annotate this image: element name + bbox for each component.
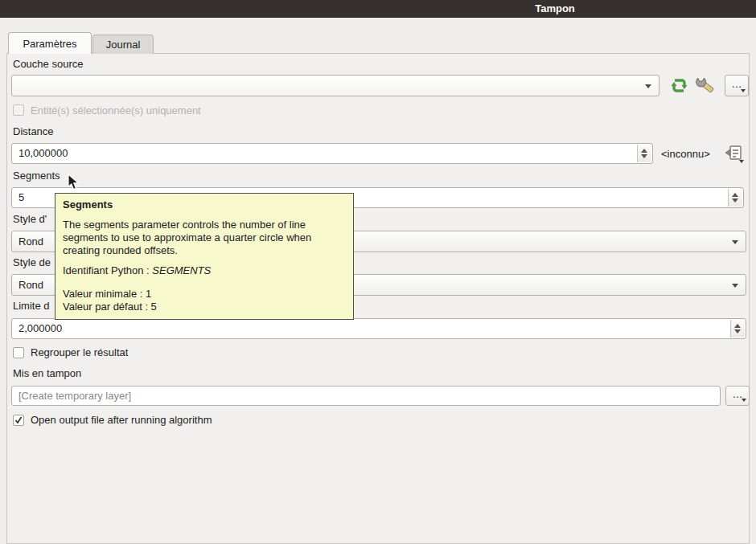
output-file-value: [Create temporary layer] — [18, 390, 131, 402]
chevron-down-icon — [732, 284, 738, 288]
chevron-down-icon — [741, 89, 746, 92]
selected-features-checkbox — [13, 104, 24, 116]
segments-value: 5 — [18, 191, 24, 203]
source-layer-label: Couche source — [13, 58, 83, 70]
miter-limit-label: Limite d — [13, 300, 50, 312]
mouse-cursor-icon — [68, 174, 80, 194]
ellipsis-icon: … — [732, 78, 742, 90]
tooltip-body: The segments parameter controls the numb… — [63, 219, 346, 257]
tab-journal[interactable]: Journal — [92, 35, 154, 54]
tooltip-min-value: Valeur minimale : 1 — [63, 288, 346, 301]
open-output-checkbox[interactable] — [13, 415, 24, 426]
distance-units-label: <inconnu> — [661, 148, 710, 160]
open-output-label: Open output file after running algorithm — [31, 414, 212, 426]
window-title: Tampon — [535, 2, 575, 14]
join-style-label: Style de — [13, 256, 51, 268]
distance-spin-buttons[interactable] — [637, 145, 651, 162]
dissolve-result-label: Regrouper le résultat — [31, 346, 128, 358]
distance-label: Distance — [13, 125, 54, 137]
data-defined-override-button[interactable] — [722, 144, 746, 167]
end-cap-style-label: Style d' — [13, 213, 47, 225]
output-browse-button[interactable]: … — [725, 386, 750, 406]
spin-down-icon — [732, 198, 738, 202]
selected-features-label: Entité(s) sélectionnée(s) uniquement — [31, 104, 201, 117]
miter-spin-buttons[interactable] — [730, 320, 745, 337]
spin-down-icon — [734, 329, 741, 333]
wrench-icon — [695, 75, 719, 96]
source-browse-button[interactable]: … — [725, 75, 749, 96]
spin-up-icon — [641, 149, 647, 153]
dissolve-result-checkbox[interactable] — [13, 347, 24, 358]
tooltip-python-id: Identifiant Python : SEGMENTS — [63, 264, 346, 277]
tooltip-title: Segments — [63, 198, 346, 211]
source-layer-combobox[interactable] — [11, 75, 659, 96]
end-cap-style-value: Rond — [18, 235, 43, 247]
chevron-down-icon — [732, 240, 738, 244]
output-file-field[interactable]: [Create temporary layer] — [11, 386, 721, 406]
check-icon — [14, 415, 23, 425]
miter-limit-value: 2,000000 — [18, 322, 62, 334]
segments-label: Segments — [13, 170, 60, 182]
segments-tooltip: Segments The segments parameter controls… — [55, 193, 354, 320]
spin-up-icon — [732, 193, 738, 197]
tooltip-python-id-label: Identifiant Python : — [63, 264, 152, 276]
tab-parametres[interactable]: Paramètres — [8, 32, 92, 54]
spin-down-icon — [641, 154, 647, 158]
chevron-down-icon — [645, 84, 651, 88]
distance-value: 10,000000 — [18, 147, 68, 159]
output-label: Mis en tampon — [13, 367, 81, 379]
tooltip-default-value: Valeur par défaut : 5 — [63, 301, 346, 313]
data-defined-override-icon — [722, 144, 746, 164]
advanced-options-button[interactable] — [695, 75, 719, 100]
segments-spin-buttons[interactable] — [728, 189, 742, 207]
spin-up-icon — [734, 324, 741, 328]
iterate-icon — [669, 76, 689, 96]
window-titlebar[interactable]: Tampon — [0, 0, 756, 18]
miter-limit-spinbox[interactable]: 2,000000 — [11, 318, 746, 339]
iterate-over-layer-button[interactable] — [669, 76, 689, 99]
chevron-down-icon — [742, 399, 746, 402]
tooltip-python-id-value: SEGMENTS — [152, 264, 211, 276]
join-style-value: Rond — [18, 279, 43, 291]
distance-spinbox[interactable]: 10,000000 — [11, 143, 653, 164]
